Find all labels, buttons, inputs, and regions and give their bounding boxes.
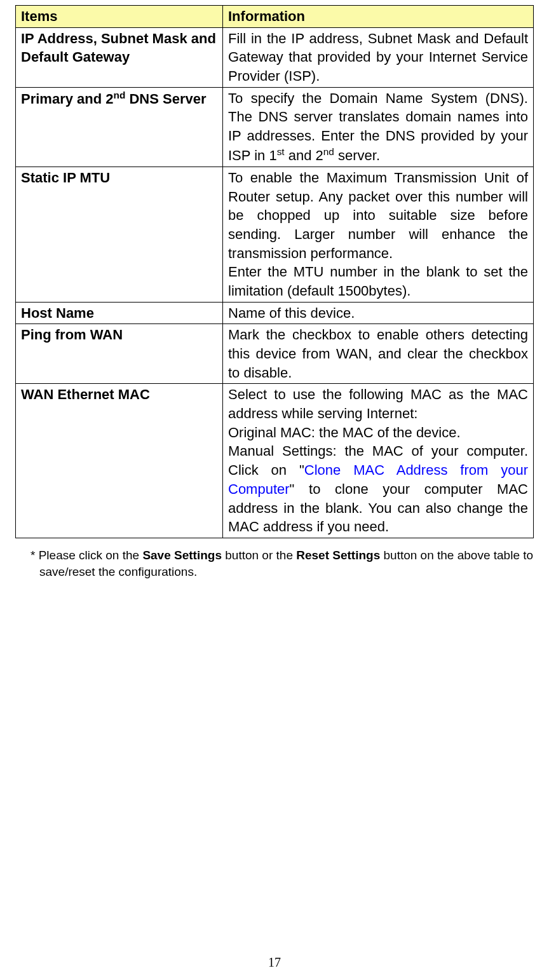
table-row: Static IP MTU To enable the Maximum Tran…	[16, 167, 534, 302]
item-ip-address: IP Address, Subnet Mask and Default Gate…	[16, 27, 223, 87]
item-static-ip-mtu: Static IP MTU	[16, 167, 223, 302]
item-dns-server: Primary and 2nd DNS Server	[16, 87, 223, 167]
info-host-name: Name of this device.	[223, 302, 534, 324]
footnote-text: * Please click on the Save Settings butt…	[15, 547, 534, 580]
settings-table: Items Information IP Address, Subnet Mas…	[15, 5, 534, 538]
table-row: Ping from WAN Mark the checkbox to enabl…	[16, 324, 534, 384]
info-ping-from-wan: Mark the checkbox to enable others detec…	[223, 324, 534, 384]
info-dns-server: To specify the Domain Name System (DNS).…	[223, 87, 534, 167]
item-host-name: Host Name	[16, 302, 223, 324]
header-information: Information	[223, 6, 534, 28]
table-row: WAN Ethernet MAC Select to use the follo…	[16, 384, 534, 538]
item-ping-from-wan: Ping from WAN	[16, 324, 223, 384]
table-row: Primary and 2nd DNS Server To specify th…	[16, 87, 534, 167]
info-wan-ethernet-mac: Select to use the following MAC as the M…	[223, 384, 534, 538]
item-wan-ethernet-mac: WAN Ethernet MAC	[16, 384, 223, 538]
page-number: 17	[0, 955, 549, 970]
table-row: IP Address, Subnet Mask and Default Gate…	[16, 27, 534, 87]
info-ip-address: Fill in the IP address, Subnet Mask and …	[223, 27, 534, 87]
table-row: Host Name Name of this device.	[16, 302, 534, 324]
header-items: Items	[16, 6, 223, 28]
info-static-ip-mtu: To enable the Maximum Transmission Unit …	[223, 167, 534, 302]
